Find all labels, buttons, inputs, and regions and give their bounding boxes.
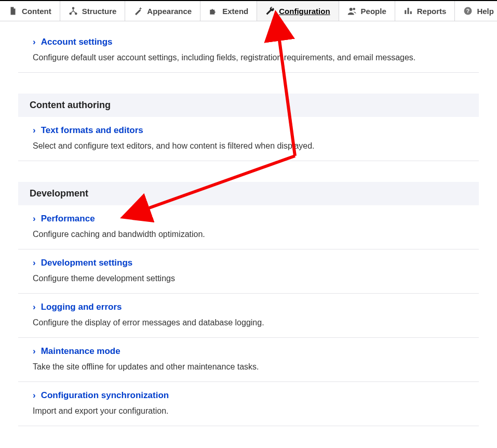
tab-label: Structure [82, 7, 117, 16]
svg-point-3 [349, 8, 352, 11]
item-desc: Configure caching and bandwidth optimiza… [33, 228, 467, 241]
section-development: Development › Performance Configure cach… [18, 182, 479, 426]
item-title-text: Configuration synchronization [41, 390, 169, 401]
item-maintenance-mode: › Maintenance mode Take the site offline… [18, 338, 479, 382]
item-development-settings: › Development settings Configure theme d… [18, 249, 479, 294]
section-accounts: › Account settings Configure default use… [18, 29, 479, 73]
link-account-settings[interactable]: › Account settings [33, 37, 467, 47]
item-logging-errors: › Logging and errors Configure the displ… [18, 294, 479, 338]
tab-content[interactable]: Content [0, 1, 60, 21]
svg-rect-6 [407, 8, 409, 14]
tab-label: Content [22, 7, 51, 16]
item-title-text: Maintenance mode [41, 346, 120, 357]
tab-extend[interactable]: Extend [200, 1, 257, 21]
item-title-text: Development settings [41, 258, 133, 268]
item-performance: › Performance Configure caching and band… [18, 205, 479, 249]
section-content-authoring: Content authoring › Text formats and edi… [18, 94, 479, 161]
help-icon: ? [463, 6, 473, 16]
item-desc: Select and configure text editors, and h… [33, 140, 467, 152]
item-desc: Configure the display of error messages … [33, 317, 467, 329]
tab-help[interactable]: ? Help [455, 1, 497, 21]
wand-icon [133, 6, 143, 16]
item-desc: Import and export your configuration. [33, 405, 467, 417]
link-logging-errors[interactable]: › Logging and errors [33, 302, 467, 312]
chevron-right-icon: › [33, 258, 36, 268]
chevron-right-icon: › [33, 214, 36, 224]
link-maintenance-mode[interactable]: › Maintenance mode [33, 346, 467, 357]
chevron-right-icon: › [33, 302, 36, 312]
svg-rect-5 [405, 10, 406, 15]
file-icon [8, 6, 18, 16]
tab-structure[interactable]: Structure [60, 1, 126, 21]
section-header: Development [18, 182, 479, 205]
puzzle-icon [209, 6, 218, 16]
item-account-settings: › Account settings Configure default use… [18, 29, 479, 73]
section-header: Content authoring [18, 94, 479, 117]
item-desc: Configure default user account settings,… [33, 51, 467, 64]
item-text-formats: › Text formats and editors Select and co… [18, 117, 479, 161]
tab-label: Help [477, 7, 494, 16]
chevron-right-icon: › [33, 390, 36, 401]
structure-icon [69, 6, 78, 16]
chevron-right-icon: › [33, 346, 36, 357]
tab-label: Extend [222, 7, 248, 16]
admin-tabs: Content Structure Appearance Extend Conf… [0, 0, 497, 21]
item-title-text: Performance [41, 214, 95, 224]
item-title-text: Account settings [41, 37, 113, 47]
item-desc: Take the site offline for updates and ot… [33, 361, 467, 373]
link-text-formats[interactable]: › Text formats and editors [33, 125, 467, 136]
link-development-settings[interactable]: › Development settings [33, 258, 467, 268]
item-title-text: Text formats and editors [41, 125, 143, 136]
tab-reports[interactable]: Reports [395, 1, 455, 21]
config-content: › Account settings Configure default use… [0, 29, 497, 447]
link-config-sync[interactable]: › Configuration synchronization [33, 390, 467, 401]
chart-icon [404, 6, 413, 16]
svg-point-0 [72, 7, 74, 10]
item-config-sync: › Configuration synchronization Import a… [18, 382, 479, 426]
tab-appearance[interactable]: Appearance [125, 1, 200, 21]
tab-people[interactable]: People [339, 1, 395, 21]
svg-point-4 [353, 8, 355, 10]
wrench-icon [265, 6, 275, 16]
tab-label: Configuration [279, 7, 330, 16]
chevron-right-icon: › [33, 37, 36, 47]
chevron-right-icon: › [33, 125, 36, 136]
tab-label: Reports [417, 7, 447, 16]
svg-text:?: ? [466, 8, 469, 14]
svg-rect-7 [410, 11, 412, 14]
link-performance[interactable]: › Performance [33, 214, 467, 224]
item-desc: Configure theme development settings [33, 272, 467, 285]
tab-configuration[interactable]: Configuration [257, 1, 339, 21]
tab-label: People [361, 7, 386, 16]
people-icon [347, 6, 357, 16]
tab-label: Appearance [147, 7, 192, 16]
item-title-text: Logging and errors [41, 302, 122, 312]
